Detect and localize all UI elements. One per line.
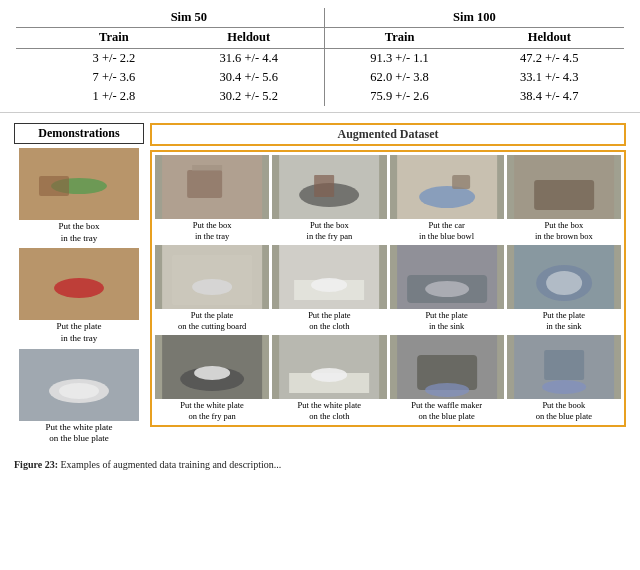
svg-rect-18 [534,180,594,210]
sim50-train-cell: 7 +/- 3.6 [54,68,174,87]
aug-caption-8: Put the platein the sink [543,310,586,332]
aug-item: Put the white plateon the cloth [272,335,386,422]
sim50-train-cell: 1 +/- 2.8 [54,87,174,106]
aug-image-9 [155,335,269,399]
aug-caption-6: Put the plateon the cloth [308,310,351,332]
demo-caption-2: Put the platein the tray [57,321,102,344]
augmented-header: Augmented Dataset [150,123,626,146]
svg-rect-13 [314,175,334,197]
svg-point-36 [311,368,347,382]
row-label [16,87,54,106]
sim50-train-col: Train [54,28,174,49]
sim100-train-cell: 91.3 +/- 1.1 [324,49,474,69]
aug-caption-11: Put the waffle makeron the blue plate [411,400,482,422]
svg-rect-9 [187,170,222,198]
aug-image-4 [507,155,621,219]
demo-item: Put the boxin the tray [14,148,144,244]
sim50-header: Sim 50 [54,8,324,28]
aug-image-5 [155,245,269,309]
svg-point-15 [419,186,475,208]
table-row: 3 +/- 2.2 31.6 +/- 4.4 91.3 +/- 1.1 47.2… [16,49,624,69]
aug-item: Put the plateon the cutting board [155,245,269,332]
sim100-header: Sim 100 [324,8,624,28]
sim50-heldout-cell: 31.6 +/- 4.4 [174,49,324,69]
table-row: 7 +/- 3.6 30.4 +/- 5.6 62.0 +/- 3.8 33.1… [16,68,624,87]
svg-point-4 [54,278,104,298]
svg-point-27 [425,281,469,297]
sim50-heldout-cell: 30.2 +/- 5.2 [174,87,324,106]
svg-point-42 [542,380,586,394]
demo-item: Put the white plateon the blue plate [14,349,144,445]
table-row: 1 +/- 2.8 30.2 +/- 5.2 75.9 +/- 2.6 38.4… [16,87,624,106]
row-label [16,68,54,87]
aug-caption-9: Put the white plateon the fry pan [180,400,244,422]
svg-rect-2 [39,176,69,196]
demo-item: Put the platein the tray [14,248,144,344]
aug-image-8 [507,245,621,309]
aug-item: Put the bookon the blue plate [507,335,621,422]
aug-caption-5: Put the plateon the cutting board [178,310,246,332]
aug-image-3 [390,155,504,219]
aug-image-2 [272,155,386,219]
aug-caption-1: Put the boxin the tray [193,220,232,242]
results-table: Sim 50 Sim 100 Train Heldout Train Heldo… [16,8,624,106]
aug-image-6 [272,245,386,309]
sim100-train-col: Train [324,28,474,49]
aug-caption-12: Put the bookon the blue plate [536,400,592,422]
demo-image-1 [19,148,139,220]
aug-image-10 [272,335,386,399]
sim100-heldout-cell: 47.2 +/- 4.5 [475,49,624,69]
svg-rect-10 [192,165,222,171]
svg-rect-16 [452,175,470,189]
aug-image-7 [390,245,504,309]
demonstrations-column: Demonstrations Put the boxin the tray Pu… [14,123,144,449]
row-label-col [16,28,54,49]
image-grid-section: Demonstrations Put the boxin the tray Pu… [0,113,640,455]
aug-item: Put the waffle makeron the blue plate [390,335,504,422]
aug-image-11 [390,335,504,399]
sim50-heldout-col: Heldout [174,28,324,49]
aug-caption-7: Put the platein the sink [425,310,468,332]
aug-image-1 [155,155,269,219]
sim100-heldout-cell: 38.4 +/- 4.7 [475,87,624,106]
aug-caption-10: Put the white plateon the cloth [298,400,362,422]
aug-caption-2: Put the boxin the fry pan [307,220,353,242]
augmented-column: Augmented Dataset Put the boxin the tray [150,123,626,449]
augmented-grid: Put the boxin the tray Put the boxin the… [150,150,626,427]
svg-point-33 [194,366,230,380]
demo-image-2 [19,248,139,320]
row-label [16,49,54,69]
aug-item: Put the white plateon the fry pan [155,335,269,422]
figure-caption: Figure 23: Examples of augmented data tr… [0,455,640,470]
sim100-heldout-col: Heldout [475,28,624,49]
sim100-heldout-cell: 33.1 +/- 4.3 [475,68,624,87]
aug-item: Put the platein the sink [507,245,621,332]
demo-caption-1: Put the boxin the tray [58,221,99,244]
sim50-train-cell: 3 +/- 2.2 [54,49,174,69]
svg-point-7 [59,383,99,399]
aug-item: Put the boxin the tray [155,155,269,242]
aug-caption-3: Put the carin the blue bowl [419,220,474,242]
aug-item: Put the boxin the fry pan [272,155,386,242]
svg-point-30 [546,271,582,295]
empty-header [16,8,54,28]
aug-item: Put the boxin the brown box [507,155,621,242]
demo-image-3 [19,349,139,421]
aug-caption-4: Put the boxin the brown box [535,220,593,242]
demo-caption-3: Put the white plateon the blue plate [45,422,112,445]
svg-point-24 [311,278,347,292]
aug-image-12 [507,335,621,399]
demonstrations-header: Demonstrations [14,123,144,144]
sim100-train-cell: 62.0 +/- 3.8 [324,68,474,87]
svg-point-39 [425,383,469,397]
svg-rect-41 [544,350,584,380]
sim50-heldout-cell: 30.4 +/- 5.6 [174,68,324,87]
sim100-train-cell: 75.9 +/- 2.6 [324,87,474,106]
aug-item: Put the plateon the cloth [272,245,386,332]
data-table-section: Sim 50 Sim 100 Train Heldout Train Heldo… [0,0,640,113]
aug-item: Put the platein the sink [390,245,504,332]
aug-item: Put the carin the blue bowl [390,155,504,242]
svg-point-21 [192,279,232,295]
